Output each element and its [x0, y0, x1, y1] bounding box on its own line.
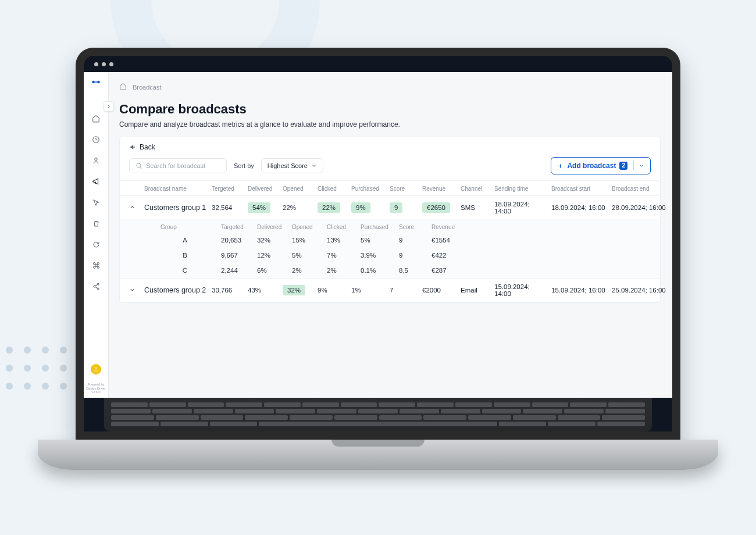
cell-targeted: 32,564 [212, 204, 243, 211]
nav-share-icon[interactable] [89, 279, 103, 293]
laptop-base [38, 440, 718, 470]
home-icon[interactable] [119, 83, 127, 91]
cell-bend: 28.09.2024; 16:00 [612, 204, 668, 211]
breadcrumb-current: Broadcast [133, 84, 162, 91]
nav-command-icon[interactable] [89, 258, 103, 272]
sort-select[interactable]: Highest Score [261, 158, 323, 173]
avatar[interactable] [91, 364, 101, 374]
main-content: Broadcast Compare broadcasts Compare and… [109, 72, 672, 398]
cell-clicked: 9% [318, 287, 347, 294]
table-row: Customers group 1 32,564 54% 22% 22% 9% … [120, 195, 660, 219]
app-screen: Powered by Design Driver v2.6.0 Broadcas… [84, 72, 672, 398]
laptop-mockup: Powered by Design Driver v2.6.0 Broadcas… [76, 48, 680, 470]
subgroup-header: Group Targeted Delivered Opened Clicked … [129, 219, 651, 233]
table-header: Broadcast name Tergeted Delivered Opened… [120, 180, 660, 195]
keyboard-decoration [104, 398, 652, 431]
cell-bstart: 15.09.2024; 16:00 [551, 287, 607, 294]
add-broadcast-button[interactable]: Add broadcast 2 [551, 157, 651, 174]
expand-row-button[interactable] [129, 287, 140, 294]
background-dots [6, 347, 67, 390]
cell-opened: 22% [283, 204, 313, 211]
cell-channel: SMS [461, 204, 490, 211]
sidebar-footer: Powered by Design Driver v2.6.0 [84, 383, 108, 394]
nav-broadcast-icon[interactable] [89, 174, 103, 188]
cell-opened: 32% [283, 285, 313, 295]
panel: Back Search for broadcast Sort by Highes… [119, 137, 661, 303]
cell-clicked: 22% [318, 202, 347, 213]
back-button[interactable]: Back [120, 143, 660, 157]
subgroup-panel: Group Targeted Delivered Opened Clicked … [120, 219, 660, 278]
nav-user-icon[interactable] [89, 154, 103, 167]
search-input[interactable]: Search for broadcast [129, 158, 227, 173]
nav-cursor-icon[interactable] [89, 195, 103, 209]
subgroup-row: A 20,653 32% 15% 13% 5% 9 €1554 [129, 233, 651, 248]
page-subtitle: Compare and analyze broadcast metrics at… [119, 120, 661, 129]
breadcrumb: Broadcast [119, 83, 661, 91]
toolbar: Search for broadcast Sort by Highest Sco… [120, 157, 660, 180]
cell-score: 9 [390, 202, 418, 213]
cell-score: 7 [390, 287, 418, 294]
cell-channel: Email [461, 287, 490, 294]
svg-point-3 [95, 158, 97, 160]
cell-targeted: 30,766 [212, 287, 243, 294]
page-title: Compare broadcasts [119, 102, 661, 117]
plus-icon [557, 163, 564, 169]
cell-revenue: €2650 [422, 202, 456, 213]
nav-refresh-icon[interactable] [89, 237, 103, 251]
expand-row-button[interactable] [129, 204, 140, 212]
cell-name: Customers group 2 [144, 286, 207, 294]
cell-bstart: 18.09.2024; 16:00 [551, 204, 607, 211]
nav-clock-icon[interactable] [89, 133, 103, 147]
subgroup-row: B 9,667 12% 5% 7% 3.9% 9 €422 [129, 248, 651, 263]
sidebar: Powered by Design Driver v2.6.0 [84, 72, 109, 398]
cell-revenue: €2000 [422, 287, 456, 294]
cell-bend: 25.09.2024; 16:00 [612, 287, 668, 294]
broadcast-table: Broadcast name Tergeted Delivered Opened… [120, 180, 660, 302]
nav-trash-icon[interactable] [89, 216, 103, 230]
add-count-badge: 2 [619, 162, 627, 170]
chevron-down-icon [639, 163, 644, 169]
cell-purchased: 1% [351, 287, 385, 294]
chevron-down-icon [311, 163, 317, 169]
table-row: Customers group 2 30,766 43% 32% 9% 1% 7… [120, 278, 660, 302]
logo-icon [91, 77, 101, 87]
cell-delivered: 43% [248, 287, 278, 294]
sidebar-expand-button[interactable] [104, 101, 114, 112]
nav-home-icon[interactable] [89, 112, 103, 126]
subgroup-row: C 2,244 6% 2% 2% 0.1% 8,5 €287 [129, 263, 651, 278]
sort-label: Sort by [234, 162, 254, 169]
svg-point-7 [95, 368, 97, 369]
cell-sending: 18.09.2024; 14:00 [494, 201, 547, 215]
svg-point-8 [137, 163, 141, 167]
cell-purchased: 9% [351, 202, 385, 213]
cell-sending: 15.09.2024; 14:00 [494, 283, 547, 297]
cell-delivered: 54% [248, 202, 278, 213]
cell-name: Customers group 1 [144, 204, 207, 212]
search-icon [135, 162, 142, 169]
window-dots [84, 56, 672, 72]
